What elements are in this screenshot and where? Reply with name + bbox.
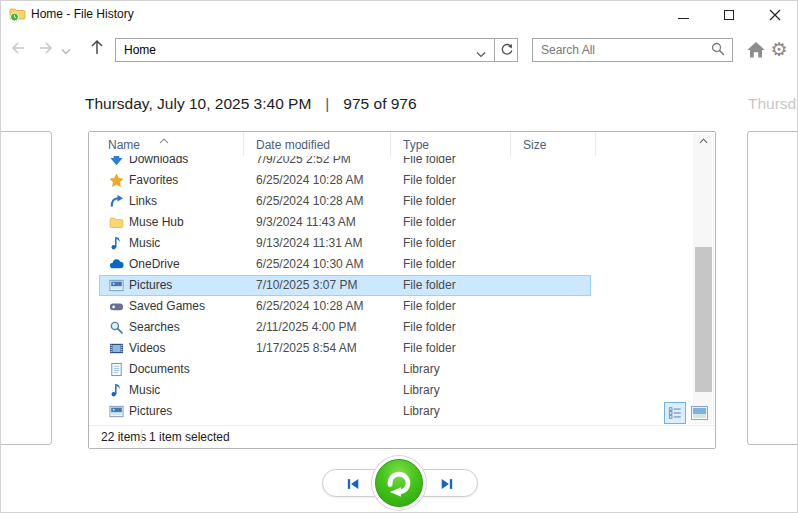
file-type: Library [403,359,440,380]
navigation-toolbar: Home ⚙ [0,36,798,66]
file-type: File folder [403,296,456,317]
file-row-saved-games[interactable]: Saved Games6/25/2024 10:28 AMFile folder [99,296,591,317]
music-icon [109,236,124,251]
column-header-size[interactable]: Size [511,132,596,156]
minimize-button[interactable] [660,0,706,30]
window-title: Home - File History [31,7,134,21]
status-bar: 22 items 1 item selected [89,425,715,448]
next-version-button[interactable] [417,470,477,498]
close-button[interactable] [752,0,798,30]
file-row-onedrive[interactable]: OneDrive6/25/2024 10:30 AMFile folder [99,254,591,275]
address-bar[interactable]: Home [115,38,518,62]
file-name: Links [129,191,157,212]
restore-arrow-icon [382,466,416,500]
up-button[interactable] [89,38,105,60]
search-icon[interactable] [711,42,725,59]
file-row-documents[interactable]: DocumentsLibrary [99,359,591,380]
music-icon [109,383,124,398]
file-row-music[interactable]: MusicLibrary [99,380,591,401]
file-type: File folder [403,212,456,233]
links-icon [109,194,124,209]
file-name: Documents [129,359,190,380]
next-backup-peek-label: Thursday [748,95,798,113]
videos-icon [109,341,124,356]
file-type: File folder [403,338,456,359]
backup-position: 975 of 976 [343,95,416,113]
address-dropdown-button[interactable] [476,47,486,61]
file-type: Library [403,401,440,422]
file-row-muse-hub[interactable]: Muse Hub9/3/2024 11:43 AMFile folder [99,212,591,233]
file-type: File folder [403,233,456,254]
recent-locations-button[interactable] [61,44,71,58]
sort-ascending-icon [159,133,169,147]
file-type: File folder [403,170,456,191]
previous-icon [345,476,361,492]
file-name: OneDrive [129,254,180,275]
file-row-videos[interactable]: Videos1/17/2025 8:54 AMFile folder [99,338,591,359]
up-arrow-icon [89,38,105,57]
file-name: Music [129,380,160,401]
column-header-row: Name Date modified Type Size [89,132,693,156]
file-name: Muse Hub [129,212,184,233]
file-date-modified: 1/17/2025 8:54 AM [256,338,357,359]
onedrive-icon [109,257,124,272]
scroll-up-button[interactable] [693,133,714,149]
chevron-up-icon [699,138,708,144]
pictures-icon [109,278,124,293]
previous-version-button[interactable] [323,470,383,498]
thumbnail-view-icon [691,406,708,420]
address-value: Home [116,43,517,57]
home-icon [746,40,766,60]
file-date-modified: 6/25/2024 10:28 AM [256,191,363,212]
settings-button[interactable]: ⚙ [768,37,790,63]
file-type: File folder [403,317,456,338]
refresh-icon [500,43,514,57]
file-date-modified: 2/11/2025 4:00 PM [256,317,357,338]
file-name: Saved Games [129,296,205,317]
file-name: Favorites [129,170,178,191]
search-input[interactable] [533,43,711,57]
file-date-modified: 9/13/2024 11:31 AM [256,233,363,254]
file-row-pictures[interactable]: PicturesLibrary [99,401,591,422]
file-row-searches[interactable]: Searches2/11/2025 4:00 PMFile folder [99,317,591,338]
file-date-modified: 6/25/2024 10:28 AM [256,296,363,317]
maximize-button[interactable] [706,0,752,30]
minimize-icon [678,18,689,19]
header-divider: | [325,95,329,113]
previous-version-panel [0,131,52,445]
gear-icon: ⚙ [770,39,787,60]
file-type: File folder [403,275,456,296]
close-icon [769,9,781,21]
file-date-modified: 6/25/2024 10:30 AM [256,254,363,275]
file-type: Library [403,380,440,401]
file-type: File folder [403,254,456,275]
file-name: Searches [129,317,180,338]
file-name: Videos [129,338,165,359]
next-version-panel [747,131,798,445]
file-name: Pictures [129,401,172,422]
forward-button[interactable] [37,39,55,60]
file-list: Downloads7/9/2025 2:52 PMFile folderFavo… [89,149,693,422]
file-type: File folder [403,191,456,212]
vertical-scrollbar[interactable] [693,133,714,424]
column-header-type[interactable]: Type [391,132,511,156]
file-list-panel: Name Date modified Type Size Downloads7/… [88,131,716,449]
folder-icon [109,215,124,230]
file-date-modified: 6/25/2024 10:28 AM [256,170,363,191]
backup-timestamp: Thursday, July 10, 2025 3:40 PM [85,95,311,113]
scrollbar-thumb[interactable] [695,247,712,392]
forward-arrow-icon [37,39,55,57]
back-button[interactable] [9,39,27,60]
column-header-date-modified[interactable]: Date modified [244,132,391,156]
restore-button[interactable] [375,459,423,507]
pictures-icon [109,404,124,419]
file-row-links[interactable]: Links6/25/2024 10:28 AMFile folder [99,191,591,212]
item-count-label: 22 items [101,430,146,444]
file-row-pictures[interactable]: Pictures7/10/2025 3:07 PMFile folder [99,275,591,296]
file-row-music[interactable]: Music9/13/2024 11:31 AMFile folder [99,233,591,254]
refresh-button[interactable] [495,39,518,61]
home-button[interactable] [746,40,766,60]
documents-icon [109,362,124,377]
title-bar: Home - File History [0,0,798,30]
file-row-favorites[interactable]: Favorites6/25/2024 10:28 AMFile folder [99,170,591,191]
